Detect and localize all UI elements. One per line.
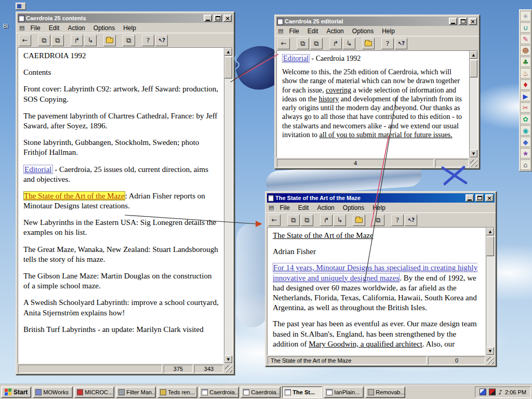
palette-icon-13[interactable]: ★ [520,148,531,158]
back-icon[interactable]: ← [268,215,281,226]
menu-action[interactable]: Action [313,204,338,212]
task-removable[interactable]: Removab... [365,387,405,398]
close-button[interactable]: × [485,194,494,202]
close-button[interactable]: × [223,15,232,22]
window-fragment-icon[interactable] [16,3,26,10]
back-icon[interactable]: ← [19,35,31,46]
context-help-icon[interactable]: ↖? [155,35,168,46]
resize-grip[interactable] [487,357,494,364]
pages-icon[interactable]: ⧉ [372,215,384,226]
document-list-icon[interactable]: ▤ [268,204,275,211]
task-teds[interactable]: Teds ren... [157,387,197,398]
maximize-button[interactable] [459,18,467,25]
copy-link-icon[interactable]: ⧉ [310,38,323,49]
palette-icon-5[interactable]: ♣ [520,57,531,67]
palette-icon-14[interactable]: ⌂ [520,159,531,170]
tray-icon-1[interactable] [480,389,486,395]
menu-edit[interactable]: Edit [304,27,322,35]
pages-icon[interactable]: ⧉ [123,35,135,46]
task-moworks[interactable]: MOWorks [33,387,73,398]
tray-icon-2[interactable] [489,389,496,395]
scroll-down-icon[interactable]: ▼ [486,347,494,355]
minimize-button[interactable] [466,194,474,202]
scroll-thumb[interactable] [470,60,477,77]
volume-icon[interactable]: ♪ [498,389,502,396]
scroll-up-icon[interactable]: ▲ [486,228,494,235]
palette-icon-9[interactable]: ✂ [520,102,531,113]
menu-help[interactable]: Help [119,24,140,32]
palette-icon-12[interactable]: ◆ [520,137,531,147]
maximize-button[interactable] [475,194,484,202]
hyperlink-state-of-the-art[interactable]: The State of the Art of the Maze [23,191,125,201]
palette-icon-3[interactable]: ✎ [520,34,531,44]
vertical-scrollbar[interactable]: ▲ ▼ [486,228,494,355]
close-button[interactable]: × [469,18,477,25]
task-caerdroia-contents[interactable]: Caerdroia... [199,387,239,398]
scroll-track[interactable] [224,56,232,355]
task-ianplain[interactable]: IanPlain... [324,387,364,398]
task-microcosm[interactable]: MICROC... [74,387,114,398]
copy-icon[interactable]: ⧉ [38,35,50,46]
titlebar[interactable]: Caerdroia 25 contents × [18,14,233,23]
minimize-button[interactable] [204,15,212,22]
menu-edit[interactable]: Edit [45,24,63,32]
menu-file[interactable]: File [285,27,302,35]
hyperlink-article-title[interactable]: The State of the Art of the Maze [273,231,374,240]
hyperlink-editorial[interactable]: Editorial [23,165,53,174]
palette-icon-4[interactable]: ☻ [520,45,531,56]
scroll-down-icon[interactable]: ▼ [224,355,232,363]
context-help-icon[interactable]: ↖? [405,215,417,226]
document-list-icon[interactable]: ▤ [277,28,284,34]
document-list-icon[interactable]: ▤ [18,24,25,31]
help-icon[interactable]: ? [142,35,154,46]
task-caerdroia-editorial[interactable]: Caerdroia... [241,387,281,398]
scroll-track[interactable] [486,235,494,347]
minimize-button[interactable] [449,18,457,25]
scroll-up-icon[interactable]: ▲ [224,48,232,56]
palette-icon-7[interactable]: ♦ [520,79,531,90]
end-link-icon[interactable]: ↳ [84,35,97,46]
menu-help[interactable]: Help [378,27,398,35]
palette-icon-6[interactable]: ♨ [520,68,531,78]
help-icon[interactable]: ? [391,215,404,226]
open-folder-icon[interactable] [353,215,365,226]
hyperlink-covering[interactable]: covering [326,86,351,94]
scroll-up-icon[interactable]: ▲ [470,51,477,59]
context-help-icon[interactable]: ↖? [395,38,407,49]
hyperlink-history[interactable]: history [318,95,339,103]
menu-file[interactable]: File [26,24,44,32]
help-icon[interactable]: ? [381,38,394,49]
vertical-scrollbar[interactable]: ▲ ▼ [224,48,232,363]
open-folder-icon[interactable] [103,35,116,46]
end-link-icon[interactable]: ↳ [334,215,346,226]
start-link-icon[interactable]: ↱ [71,35,83,46]
desktop-icon-label[interactable]: Bi [3,23,8,29]
resize-grip[interactable] [470,159,477,167]
palette-icon-10[interactable]: ✿ [520,114,531,124]
scroll-down-icon[interactable]: ▼ [470,150,477,157]
palette-icon-1[interactable]: ✳ [520,11,531,21]
copy-icon[interactable]: ⧉ [287,215,300,226]
scroll-thumb[interactable] [486,236,494,256]
start-link-icon[interactable]: ↱ [320,215,332,226]
menu-action[interactable]: Action [323,27,347,35]
menu-action[interactable]: Action [64,24,88,32]
menu-help[interactable]: Help [369,204,389,212]
maximize-button[interactable] [214,15,222,22]
titlebar[interactable]: Caerdroia 25 editorial × [276,17,478,26]
menu-options[interactable]: Options [349,27,377,35]
start-button[interactable]: Start [1,387,31,398]
palette-icon-2[interactable]: ∪ [520,22,531,33]
start-link-icon[interactable]: ↱ [329,38,342,49]
menu-options[interactable]: Options [90,24,118,32]
menu-file[interactable]: File [276,204,293,212]
palette-icon-11[interactable]: ◉ [520,125,531,136]
titlebar[interactable]: The State of the Art of the Maze × [267,193,495,203]
task-filter-manager[interactable]: Filter Man... [116,387,156,398]
end-link-icon[interactable]: ↳ [343,38,355,49]
vertical-scrollbar[interactable]: ▲ ▼ [469,51,477,157]
resize-grip[interactable] [225,365,232,373]
hyperlink-editorial[interactable]: Editorial [282,54,310,63]
menu-options[interactable]: Options [339,204,368,212]
hyperlink-mary-goodwin[interactable]: Mary Goodwin, a qualified architect [309,340,422,348]
